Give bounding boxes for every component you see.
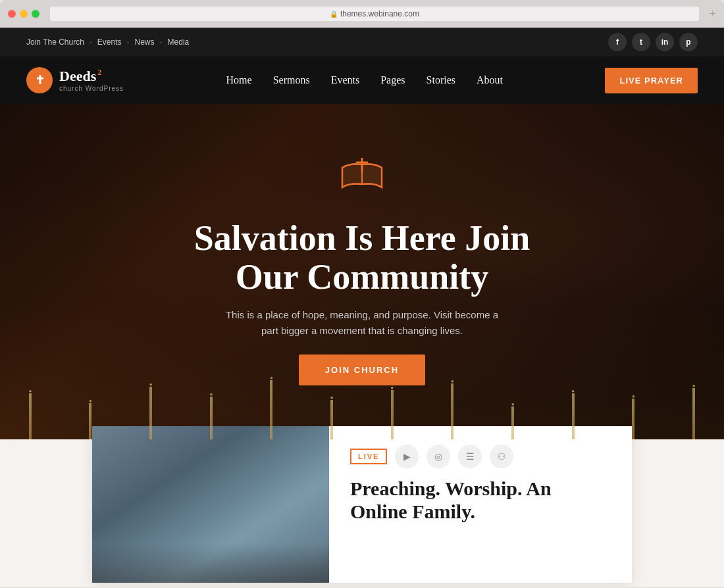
social-icons: f t in p: [608, 33, 698, 51]
svg-rect-4: [92, 426, 329, 564]
hero-subtitle: This is a place of hope, meaning, and pu…: [224, 307, 500, 339]
hero-section: Salvation Is Here Join Our Community Thi…: [0, 104, 724, 439]
pinterest-icon[interactable]: p: [679, 33, 698, 51]
url-text: themes.webinane.com: [340, 9, 419, 18]
linkedin-icon[interactable]: in: [656, 33, 674, 51]
website-content: Join The Church - Events - News - Media …: [0, 28, 724, 587]
logo-icon: ✝: [26, 67, 53, 93]
hero-title: Salvation Is Here Join Our Community: [158, 219, 566, 297]
candle-10: [572, 393, 575, 439]
bottom-section: LIVE ▶ ◎ ☰ ⚇ Preaching. Worship. An Onli…: [0, 439, 724, 587]
candle-4: [210, 397, 213, 439]
svg-rect-9: [185, 490, 192, 495]
svg-rect-8: [176, 490, 183, 495]
bottom-card: LIVE ▶ ◎ ☰ ⚇ Preaching. Worship. An Onli…: [92, 426, 632, 583]
separator-3: -: [160, 37, 163, 47]
svg-point-6: [165, 495, 204, 541]
card-title: Preaching. Worship. An Online Family.: [350, 478, 611, 523]
lock-icon: 🔒: [330, 11, 338, 18]
browser-titlebar: 🔒 themes.webinane.com +: [0, 0, 724, 28]
nav-stories[interactable]: Stories: [427, 74, 455, 86]
nav-events[interactable]: Events: [331, 74, 360, 86]
candle-3: [149, 387, 152, 439]
youtube-icon[interactable]: ▶: [395, 445, 419, 468]
logo-text: Deeds2 church WordPress: [59, 68, 124, 91]
facebook-icon[interactable]: f: [608, 33, 627, 51]
svg-point-7: [170, 478, 199, 506]
candle-12: [692, 388, 695, 439]
svg-rect-3: [92, 426, 329, 564]
link-icon[interactable]: ⚇: [490, 445, 513, 468]
browser-window: 🔒 themes.webinane.com +: [0, 0, 724, 28]
utility-nav-join[interactable]: Join The Church: [26, 37, 84, 47]
svg-point-11: [212, 493, 236, 517]
minimize-button[interactable]: [20, 10, 28, 18]
utility-nav-events[interactable]: Events: [97, 37, 122, 47]
candle-5: [270, 380, 272, 439]
document-icon[interactable]: ☰: [458, 445, 482, 468]
candle-8: [451, 383, 453, 439]
card-image: [92, 426, 329, 583]
utility-nav: Join The Church - Events - News - Media: [26, 37, 189, 47]
url-bar[interactable]: 🔒 themes.webinane.com: [50, 7, 699, 21]
card-icons-row: LIVE ▶ ◎ ☰ ⚇: [350, 445, 611, 468]
candle-11: [632, 399, 634, 439]
candle-7: [391, 390, 394, 439]
traffic-lights: [8, 10, 39, 18]
svg-point-13: [241, 509, 259, 527]
svg-point-10: [207, 508, 240, 548]
nav-sermons[interactable]: Sermons: [273, 74, 310, 86]
logo-super: 2: [97, 68, 101, 77]
nav-about[interactable]: About: [477, 74, 503, 86]
nav-pages[interactable]: Pages: [380, 74, 405, 86]
logo: ✝ Deeds2 church WordPress: [26, 67, 124, 93]
church-icon: [339, 158, 385, 203]
fullscreen-button[interactable]: [32, 10, 39, 18]
candle-2: [89, 403, 91, 439]
svg-rect-14: [92, 531, 329, 564]
svg-rect-15: [167, 508, 202, 541]
card-content: LIVE ▶ ◎ ☰ ⚇ Preaching. Worship. An Onli…: [329, 426, 632, 583]
live-prayer-button[interactable]: LIVE PRAYER: [605, 68, 698, 93]
hero-content: Salvation Is Here Join Our Community Thi…: [158, 158, 566, 386]
new-tab-button[interactable]: +: [710, 7, 716, 21]
close-button[interactable]: [8, 10, 16, 18]
separator-2: -: [127, 37, 130, 47]
candle-6: [330, 400, 333, 439]
svg-point-5: [263, 433, 303, 499]
candle-9: [511, 406, 514, 439]
nav-links: Home Sermons Events Pages Stories About: [226, 74, 503, 86]
candle-1: [29, 393, 32, 439]
twitter-icon[interactable]: t: [632, 33, 650, 51]
utility-bar: Join The Church - Events - News - Media …: [0, 28, 724, 57]
main-nav: ✝ Deeds2 church WordPress Home Sermons E…: [0, 57, 724, 104]
live-badge: LIVE: [350, 449, 387, 464]
nav-home[interactable]: Home: [226, 74, 252, 86]
utility-nav-media[interactable]: Media: [168, 37, 190, 47]
logo-subtitle: church WordPress: [59, 85, 124, 92]
logo-name: Deeds2: [59, 68, 124, 84]
utility-nav-news[interactable]: News: [135, 37, 155, 47]
svg-point-12: [238, 520, 262, 549]
join-church-button[interactable]: JOIN CHURCH: [299, 355, 425, 385]
audio-icon[interactable]: ◎: [427, 445, 450, 468]
separator-1: -: [90, 37, 92, 47]
